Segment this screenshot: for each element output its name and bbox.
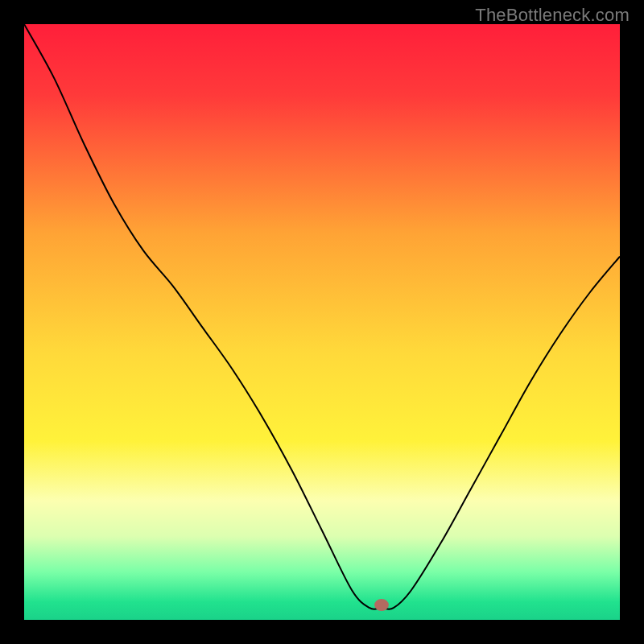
- minimum-marker: [374, 599, 389, 611]
- watermark-text: TheBottleneck.com: [475, 5, 630, 26]
- plot-area: [24, 24, 620, 620]
- chart-container: TheBottleneck.com: [0, 0, 644, 644]
- bottleneck-chart: [24, 24, 620, 620]
